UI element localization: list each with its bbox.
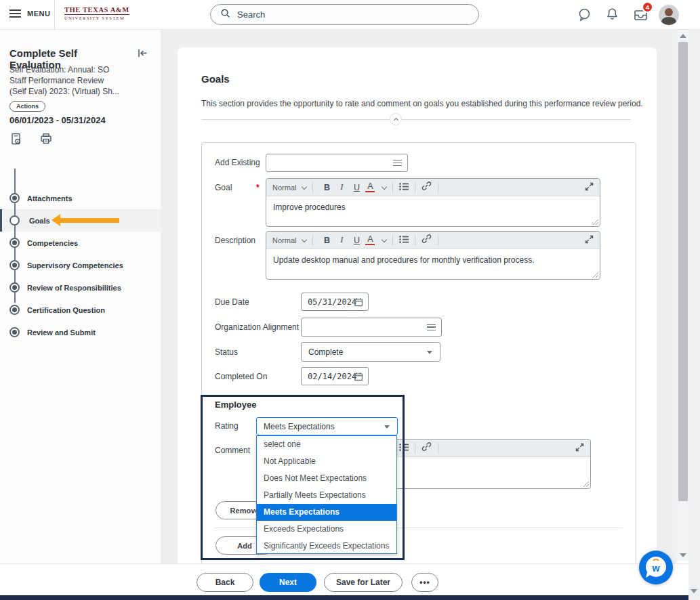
search-bar[interactable] (210, 4, 479, 25)
expand-editor-button[interactable] (585, 181, 594, 194)
goal-editor[interactable]: Normal B I U A Improve procedures (266, 178, 600, 227)
collapse-section-button[interactable] (390, 113, 402, 125)
bold-button[interactable]: B (319, 236, 334, 245)
save-for-later-button[interactable]: Save for Later (324, 573, 403, 592)
step-item-review-of-responsibilities[interactable]: Review of Responsibilities (0, 276, 161, 299)
description-editor[interactable]: Normal B I U A Update desktop manual and… (266, 231, 600, 280)
multiselect-icon[interactable] (393, 160, 402, 166)
status-label: Status (215, 347, 238, 357)
step-complete-icon (9, 238, 20, 248)
more-actions-button[interactable]: ••• (411, 573, 438, 592)
search-input[interactable] (237, 9, 454, 20)
bullet-list-button[interactable] (399, 181, 409, 194)
outer-scrollbar[interactable] (688, 30, 700, 600)
scrollbar-thumb[interactable] (678, 42, 688, 501)
dropdown-option[interactable]: Exceeds Expectations (257, 521, 396, 538)
bullet-list-button[interactable] (399, 442, 409, 454)
link-button[interactable] (421, 234, 432, 247)
view-document-button[interactable] (10, 133, 22, 148)
due-date-label: Due Date (215, 297, 249, 307)
step-complete-icon (9, 282, 20, 293)
step-label: Review and Submit (27, 328, 96, 337)
status-select[interactable]: Complete (301, 342, 440, 362)
text-style-dropdown[interactable]: Normal (272, 236, 296, 244)
texas-am-logo[interactable]: THE TEXAS A&M UNIVERSITY SYSTEM (64, 6, 129, 20)
step-complete-icon (9, 305, 20, 315)
org-alignment-label: Organization Alignment (215, 322, 299, 332)
italic-button[interactable]: I (334, 235, 349, 245)
due-date-input[interactable]: 05/31/2024 (301, 293, 369, 311)
dropdown-option[interactable]: Partially Meets Expectations (257, 487, 396, 504)
italic-button[interactable]: I (334, 182, 349, 192)
org-alignment-input[interactable] (301, 318, 442, 337)
underline-button[interactable]: U (349, 183, 364, 192)
step-complete-icon (9, 260, 20, 270)
collapse-panel-button[interactable] (138, 48, 148, 60)
calendar-icon[interactable] (354, 372, 363, 384)
bell-icon (606, 7, 619, 22)
calendar-icon[interactable] (354, 297, 363, 309)
scroll-down-icon[interactable] (680, 553, 686, 557)
chat-button[interactable] (577, 7, 592, 22)
menu-label: MENU (27, 9, 50, 18)
link-button[interactable] (421, 442, 432, 454)
step-item-review-and-submit[interactable]: Review and Submit (0, 321, 161, 343)
dropdown-option[interactable]: Significantly Exceeds Expectations (257, 538, 396, 555)
chevron-down-icon[interactable] (302, 184, 307, 189)
back-button[interactable]: Back (197, 573, 253, 592)
notifications-button[interactable] (606, 7, 621, 22)
actions-button[interactable]: Actions (9, 101, 45, 112)
chevron-down-icon[interactable] (382, 184, 387, 189)
description-editor-body[interactable]: Update desktop manual and procedures for… (266, 249, 600, 271)
dropdown-option[interactable]: Does Not Meet Expectations (257, 470, 396, 487)
text-style-dropdown[interactable]: Normal (272, 184, 296, 192)
completed-on-input[interactable]: 02/14/2024 (301, 367, 369, 385)
underline-button[interactable]: U (349, 236, 364, 245)
avatar[interactable] (659, 5, 679, 25)
dropdown-option-selected[interactable]: Meets Expectations (257, 504, 396, 521)
search-icon (220, 8, 230, 21)
completed-on-value: 02/14/2024 (302, 372, 356, 381)
workday-app: MENU THE TEXAS A&M UNIVERSITY SYSTEM 4 C… (0, 0, 700, 600)
multiselect-icon[interactable] (427, 324, 436, 330)
expand-icon (575, 443, 584, 452)
expand-icon (585, 182, 594, 191)
add-existing-input[interactable] (266, 154, 408, 172)
expand-editor-button[interactable] (585, 234, 594, 247)
section-divider (201, 119, 631, 120)
resize-handle-icon[interactable] (592, 271, 598, 278)
description-label: Description (215, 236, 255, 245)
text-color-button[interactable]: A (365, 182, 375, 192)
print-button[interactable] (40, 133, 52, 148)
next-button[interactable]: Next (260, 573, 316, 592)
rating-select[interactable]: Meets Expectations (256, 417, 398, 435)
text-color-button[interactable]: A (365, 235, 375, 245)
subtitle-line: Self Evaluation: Annual: SO (9, 64, 119, 75)
step-item-supervisory-competencies[interactable]: Supervisory Competencies (0, 254, 161, 276)
expand-editor-button[interactable] (575, 442, 584, 454)
link-button[interactable] (421, 181, 432, 194)
step-item-competencies[interactable]: Competencies (0, 232, 161, 254)
goal-editor-body[interactable]: Improve procedures (266, 196, 600, 218)
subtitle-line: (Self Eval) 2023: (Virtual) Sh... (9, 86, 119, 97)
resize-handle-icon[interactable] (582, 480, 589, 487)
resize-handle-icon[interactable] (592, 218, 598, 225)
scroll-down-icon[interactable] (691, 589, 697, 593)
scroll-up-icon[interactable] (680, 34, 686, 38)
workday-assistant-button[interactable]: w (639, 551, 673, 584)
workday-w: w (646, 563, 666, 574)
chevron-down-icon[interactable] (382, 236, 387, 242)
menu-icon (9, 13, 21, 14)
dropdown-option[interactable]: select one (257, 436, 396, 453)
bullet-list-button[interactable] (399, 234, 409, 247)
chevron-down-icon[interactable] (302, 236, 307, 242)
step-item-attachments[interactable]: Attachments (0, 187, 161, 209)
step-item-goals[interactable]: Goals (0, 209, 161, 232)
menu-button[interactable]: MENU (9, 7, 50, 20)
dropdown-arrow-icon (384, 425, 390, 429)
step-item-certification-question[interactable]: Certification Question (0, 299, 161, 321)
review-subtitle: Self Evaluation: Annual: SO Staff Perfor… (9, 64, 119, 97)
dropdown-option[interactable]: Not Applicable (257, 453, 396, 470)
bold-button[interactable]: B (319, 183, 334, 192)
sidebar: Complete Self Evaluation Self Evaluation… (0, 30, 161, 563)
